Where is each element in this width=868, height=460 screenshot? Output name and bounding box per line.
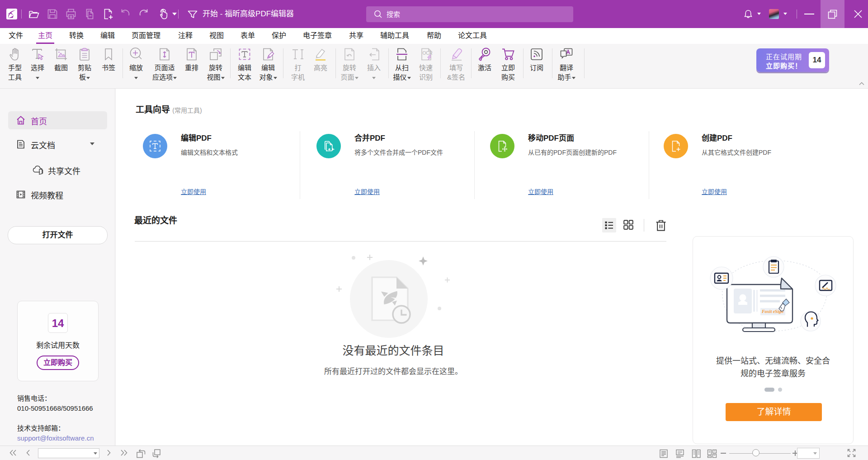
svg-text:OCR: OCR: [423, 51, 433, 56]
